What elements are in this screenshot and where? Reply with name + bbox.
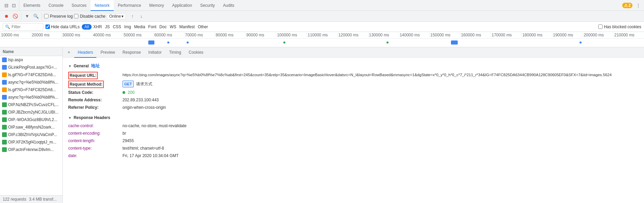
ruler-mark: 210000 ms	[613, 33, 644, 37]
tab-memory[interactable]: Memory	[145, 0, 168, 11]
filter-xhr[interactable]: XHR	[92, 24, 103, 30]
response-header-key: date:	[68, 153, 122, 159]
file-list-panel: Name lsp.aspxGLinkPingPost.aspx?IG=...ls…	[0, 47, 63, 203]
response-header-key: content-type:	[68, 145, 122, 151]
file-type-icon	[2, 80, 7, 85]
ruler-mark: 160000 ms	[460, 33, 491, 37]
filter-doc[interactable]: Doc	[158, 24, 168, 30]
list-item[interactable]: GLinkPingPost.aspx?IG=...	[0, 64, 62, 71]
ruler-mark: 140000 ms	[399, 33, 429, 37]
import-button[interactable]: ↑	[129, 13, 136, 20]
hide-data-urls-checkbox[interactable]: Hide data URLs	[45, 24, 80, 29]
ruler-mark: 50000 ms	[123, 33, 153, 37]
ruler-mark: 70000 ms	[184, 33, 214, 37]
general-chevron-icon: ▼	[68, 64, 72, 68]
tab-headers[interactable]: Headers	[74, 48, 96, 58]
inspect-icon[interactable]: ⊡	[11, 2, 17, 9]
list-item[interactable]: ls.gif?IG=F74FC825DA6...	[0, 86, 62, 94]
filter-media[interactable]: Media	[133, 24, 147, 30]
response-headers-list: cache-control:no-cache, no-store, must-r…	[68, 122, 639, 159]
close-panel-button[interactable]: ×	[65, 49, 72, 56]
request-method-row: Request Method: GET 请求方式	[68, 80, 639, 89]
disable-cache-checkbox[interactable]	[74, 14, 78, 18]
list-item[interactable]: OIP.saw_4l8fynsN2oark...	[0, 123, 62, 131]
clear-button[interactable]: 🚫	[12, 13, 19, 20]
filter-manifest[interactable]: Manifest	[178, 24, 196, 30]
file-type-icon	[2, 72, 7, 77]
list-item[interactable]: OIP.actnFnknnw.D8vIm...	[0, 146, 62, 153]
preserve-log-checkbox[interactable]	[44, 14, 49, 18]
response-headers-section-header[interactable]: ▼ Response Headers	[68, 115, 639, 120]
ruler-mark: 120000 ms	[337, 33, 368, 37]
tab-performance[interactable]: Performance	[114, 0, 145, 11]
tab-elements[interactable]: Elements	[19, 0, 44, 11]
ruler-mark: 110000 ms	[307, 33, 337, 37]
request-url-label: Request URL:	[68, 72, 98, 79]
filter-other[interactable]: Other	[196, 24, 209, 30]
filter-ws[interactable]: WS	[168, 24, 177, 30]
list-item[interactable]: OIP.c3BIZhVIVpUVaCmP...	[0, 131, 62, 138]
request-method-label: Request Method:	[68, 81, 104, 88]
tab-network[interactable]: Network	[91, 0, 114, 11]
ruler-mark: 90000 ms	[245, 33, 276, 37]
filter-font[interactable]: Font	[147, 24, 158, 30]
timeline-dot	[283, 41, 285, 44]
throttle-select[interactable]: Online ▾	[107, 13, 126, 19]
tab-console[interactable]: Console	[44, 0, 68, 11]
ruler-mark: 80000 ms	[215, 33, 245, 37]
timeline-dot	[167, 41, 169, 44]
remote-address-row: Remote Address: 202.89.233.100:443	[68, 96, 639, 104]
tab-timing[interactable]: Timing	[166, 48, 185, 58]
filter-types: All XHR JS CSS Img Media Font Doc WS Man…	[82, 24, 209, 30]
general-section-header[interactable]: ▼ General 地址	[68, 63, 639, 69]
search-button[interactable]: 🔍	[32, 13, 40, 20]
filter-input[interactable]	[12, 24, 39, 29]
filter-img[interactable]: Img	[123, 24, 132, 30]
ruler-mark: 10000 ms	[0, 33, 31, 37]
file-type-icon	[2, 95, 7, 100]
response-header-row: date:Fri, 17 Apr 2020 10:34:04 GMT	[68, 152, 639, 159]
timeline-dot	[187, 41, 189, 44]
tab-response[interactable]: Response	[119, 48, 144, 58]
tab-audits[interactable]: Audits	[219, 0, 238, 11]
filter-css[interactable]: CSS	[111, 24, 122, 30]
tab-sources[interactable]: Sources	[68, 0, 91, 11]
ruler-mark: 200000 ms	[583, 33, 613, 37]
file-list-scroll[interactable]: lsp.aspxGLinkPingPost.aspx?IG=...ls.gif?…	[0, 56, 62, 195]
ruler-mark: 40000 ms	[92, 33, 122, 37]
main-split: Name lsp.aspxGLinkPingPost.aspx?IG=...ls…	[0, 47, 644, 203]
preserve-log-label[interactable]: Preserve log	[44, 14, 73, 19]
tab-initiator[interactable]: Initiator	[145, 48, 165, 58]
list-item[interactable]: async?q=%e5%b0%b8f%...	[0, 79, 62, 86]
response-chevron-icon: ▼	[68, 116, 72, 120]
request-url-value[interactable]: https://cn.bing.com/images/async?q=%e5%b…	[122, 72, 639, 79]
ruler-mark: 180000 ms	[521, 33, 552, 37]
list-item[interactable]: OIP.XF2K5gf41oqtptJ_m...	[0, 138, 62, 146]
filter-button[interactable]: ▼	[23, 13, 31, 20]
more-options-icon[interactable]: ⋮	[635, 2, 641, 9]
ruler-mark: 130000 ms	[368, 33, 399, 37]
list-item[interactable]: OIP.-WOA3Goz8BU9VL2...	[0, 116, 62, 123]
filter-js[interactable]: JS	[103, 24, 111, 30]
file-type-icon	[2, 102, 7, 107]
dock-icon[interactable]: ⊟	[3, 2, 10, 9]
list-item[interactable]: OIP.JBZbcm2yNCJGLUBI...	[0, 108, 62, 116]
disable-cache-label[interactable]: Disable cache	[74, 14, 105, 19]
ruler-mark: 190000 ms	[552, 33, 583, 37]
record-button[interactable]: ⏺	[3, 13, 10, 20]
list-item[interactable]: ls.gif?IG=F74FC825DA6...	[0, 71, 62, 79]
filter-all[interactable]: All	[82, 24, 92, 30]
export-button[interactable]: ↓	[137, 13, 145, 20]
list-item[interactable]: OIP.NzNBZPcSvCuvzCFL...	[0, 101, 62, 108]
response-header-row: content-encoding:br	[68, 130, 639, 137]
tab-security[interactable]: Security	[196, 0, 219, 11]
list-item[interactable]: lsp.aspx	[0, 56, 62, 64]
tab-cookies[interactable]: Cookies	[185, 48, 207, 58]
file-name: ls.gif?IG=F74FC825DA6...	[8, 72, 60, 77]
status-code-value: 200	[128, 90, 134, 95]
tab-preview[interactable]: Preview	[97, 48, 118, 58]
blocked-cookies-checkbox[interactable]	[598, 24, 603, 29]
status-code-label: Status Code:	[68, 89, 122, 96]
tab-application[interactable]: Application	[168, 0, 196, 11]
list-item[interactable]: async?q=%e5%b0%b8f%...	[0, 94, 62, 101]
